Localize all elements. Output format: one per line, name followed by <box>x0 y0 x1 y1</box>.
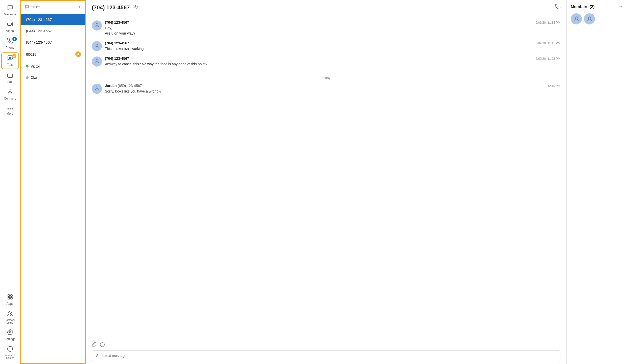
nav-label-text: Text <box>7 63 13 67</box>
conversation-name: Victor <box>31 64 40 68</box>
nav-item-contacts[interactable]: Contacts <box>1 87 19 102</box>
message-content: Jordan (650) 123-4567 12:10 PM Sorry, lo… <box>105 84 560 94</box>
chat-header: (704) 123-4567 <box>86 0 566 15</box>
company-setup-icon <box>7 311 13 318</box>
attachment-button[interactable] <box>92 342 97 348</box>
day-divider: Today <box>92 76 560 80</box>
svg-point-15 <box>11 313 12 314</box>
message-sender: Jordan (650) 123-4567 <box>105 84 142 88</box>
avatar <box>92 20 102 31</box>
nav-label-video: Video <box>6 29 14 33</box>
nav-item-phone[interactable]: 1 Phone <box>1 36 19 51</box>
nav-item-video[interactable]: Video <box>1 19 19 35</box>
nav-label-company-setup: Company setup <box>2 319 18 324</box>
message-time: 6/09/20, 11:15 PM <box>536 42 560 45</box>
nav-item-settings[interactable]: Settings <box>1 327 19 343</box>
conversation-item[interactable]: 60618 4 <box>21 48 85 60</box>
conversation-item[interactable]: (704) 123-4567 <box>21 14 85 25</box>
conversation-name: Clare <box>31 75 40 80</box>
phone-badge: 1 <box>12 37 17 41</box>
status-dot-online <box>26 65 28 68</box>
nav-item-message[interactable]: Message <box>1 3 19 18</box>
emoji-button[interactable] <box>100 342 105 348</box>
contacts-icon <box>7 89 13 96</box>
add-conversation-button[interactable]: + <box>78 4 81 10</box>
apps-icon <box>7 294 13 301</box>
conversation-item[interactable]: (844) 123-4567 <box>21 25 85 37</box>
svg-point-9 <box>11 108 13 110</box>
conversation-item[interactable]: Clare <box>21 72 85 83</box>
call-button[interactable] <box>555 4 560 11</box>
svg-rect-11 <box>11 295 12 296</box>
members-panel: Members (2) → <box>566 0 627 364</box>
svg-point-16 <box>9 331 11 333</box>
avatar <box>92 41 102 51</box>
conv-panel-header: TEXT + <box>21 1 85 14</box>
svg-point-14 <box>9 312 10 313</box>
chat-input-area <box>86 339 566 364</box>
message-input[interactable] <box>92 350 560 361</box>
nav-label-message: Message <box>4 13 16 16</box>
phone-icon <box>7 38 13 45</box>
svg-rect-13 <box>11 297 12 299</box>
unread-badge: 4 <box>75 51 81 57</box>
nav-label-apps: Apps <box>7 302 13 306</box>
video-icon <box>7 21 13 28</box>
svg-point-25 <box>96 59 98 62</box>
message-content: (704) 123-4567 6/09/20, 11:14 PM Hey,Are… <box>105 20 560 36</box>
svg-point-26 <box>96 87 98 89</box>
conversation-item[interactable]: (844) 123-4567 <box>21 37 85 48</box>
nav-label-more: More <box>7 112 13 115</box>
svg-rect-10 <box>8 295 10 296</box>
message-content: (704) 123-4567 6/09/20, 11:22 PM Anyway … <box>105 56 560 67</box>
message-group: (704) 123-4567 6/09/20, 11:14 PM Hey,Are… <box>92 20 560 36</box>
svg-point-20 <box>134 5 136 7</box>
message-group: (704) 123-4567 6/09/20, 11:15 PM This tr… <box>92 41 560 51</box>
members-title: Members (2) <box>571 5 594 9</box>
avatar <box>92 84 102 94</box>
text-section-label: TEXT <box>31 5 40 9</box>
message-group: (704) 123-4567 6/09/20, 11:22 PM Anyway … <box>92 56 560 67</box>
svg-marker-1 <box>11 23 13 26</box>
conversation-item[interactable]: Victor <box>21 60 85 72</box>
message-sender: (704) 123-4567 <box>105 56 129 60</box>
members-expand-button[interactable]: → <box>618 4 623 9</box>
svg-rect-12 <box>8 297 10 299</box>
conversation-name: (704) 123-4567 <box>26 17 52 22</box>
add-member-button[interactable] <box>133 4 138 11</box>
nav-item-fax[interactable]: Fax <box>1 70 19 86</box>
nav-item-more[interactable]: More <box>1 103 19 117</box>
svg-point-7 <box>7 108 9 110</box>
nav-item-company-setup[interactable]: Company setup <box>1 309 19 326</box>
text-section-icon <box>25 5 29 10</box>
day-divider-label: Today <box>322 76 331 80</box>
message-time: 12:10 PM <box>548 84 560 88</box>
left-navigation: Message Video 1 Phone 4 Text Fax Contact… <box>0 0 20 364</box>
settings-icon <box>7 329 13 336</box>
message-text: Sorry, looks like you have a wrong #. <box>105 89 560 94</box>
message-sender: (704) 123-4567 <box>105 20 129 24</box>
member-avatar <box>571 13 582 24</box>
avatar <box>92 56 102 67</box>
conversation-name: (844) 123-4567 <box>26 40 52 44</box>
nav-item-text[interactable]: 4 Text <box>1 52 19 69</box>
svg-point-31 <box>588 17 591 19</box>
conversation-name: 60618 <box>26 52 37 56</box>
nav-item-resource-center[interactable]: Resource Center <box>1 344 19 361</box>
message-content: (704) 123-4567 6/09/20, 11:15 PM This tr… <box>105 41 560 51</box>
nav-label-fax: Fax <box>7 80 12 84</box>
conversation-name: (844) 123-4567 <box>26 29 52 33</box>
nav-label-resource-center: Resource Center <box>2 354 18 359</box>
nav-label-settings: Settings <box>5 337 15 341</box>
member-avatar <box>584 13 595 24</box>
message-text: Hey,Are u on your way? <box>105 25 560 36</box>
message-list: (704) 123-4567 6/09/20, 11:14 PM Hey,Are… <box>86 15 566 339</box>
status-dot-offline <box>26 76 28 79</box>
message-group: Jordan (650) 123-4567 12:10 PM Sorry, lo… <box>92 84 560 94</box>
svg-point-23 <box>96 23 98 25</box>
svg-point-24 <box>96 44 98 46</box>
message-sender: (704) 123-4567 <box>105 41 129 45</box>
nav-label-contacts: Contacts <box>4 97 16 100</box>
nav-item-apps[interactable]: Apps <box>1 292 19 308</box>
message-text: This tracker isn't working <box>105 46 560 51</box>
